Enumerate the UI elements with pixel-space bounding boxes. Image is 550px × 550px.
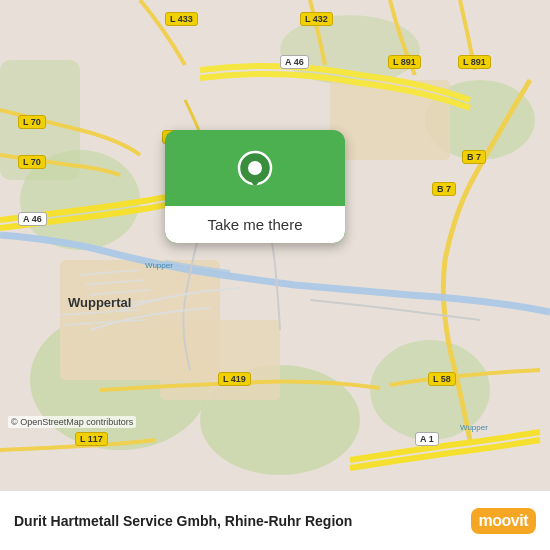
road-badge-L891b: L 891 [458,55,491,69]
popup-label[interactable]: Take me there [165,206,345,243]
road-badge-L432: L 432 [300,12,333,26]
road-badge-L419: L 419 [218,372,251,386]
map-attribution: © OpenStreetMap contributors [8,416,136,428]
road-badge-L70b: L 70 [18,155,46,169]
road-badge-A1: A 1 [415,432,439,446]
moovit-logo: moovit [471,508,536,534]
road-badge-L891a: L 891 [388,55,421,69]
svg-rect-10 [160,320,280,400]
location-icon [231,148,279,196]
road-badge-A46-top: A 46 [280,55,309,69]
place-name: Durit Hartmetall Service Gmbh, Rhine-Ruh… [14,513,471,529]
footer-bar: Durit Hartmetall Service Gmbh, Rhine-Ruh… [0,490,550,550]
marker-popup[interactable]: Take me there [165,130,345,243]
road-badge-L117: L 117 [75,432,108,446]
road-badge-L70a: L 70 [18,115,46,129]
road-badge-B7b: B 7 [432,182,456,196]
marker-icon-area [165,130,345,206]
road-badge-L433: L 433 [165,12,198,26]
svg-text:Wupper: Wupper [460,423,488,432]
road-badge-A46-left: A 46 [18,212,47,226]
road-badge-B7a: B 7 [462,150,486,164]
footer-place-info: Durit Hartmetall Service Gmbh, Rhine-Ruh… [14,513,471,529]
svg-point-15 [248,161,262,175]
svg-text:Wupper: Wupper [145,261,173,270]
road-badge-L58: L 58 [428,372,456,386]
map-container: Wupper Wupper Wuppertal L 433 L 432 A 46… [0,0,550,490]
svg-rect-9 [330,80,450,160]
moovit-text: moovit [479,512,528,530]
